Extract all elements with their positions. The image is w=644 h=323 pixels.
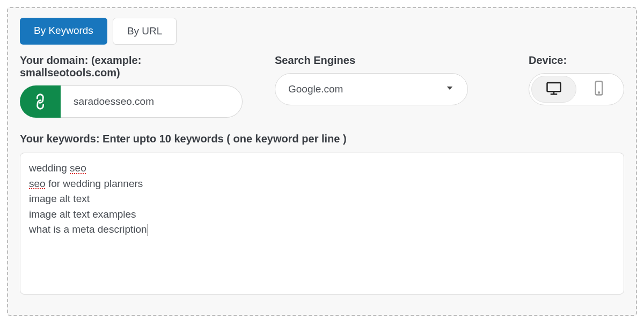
keyword-line: wedding seo bbox=[29, 161, 615, 176]
keyword-line: image alt text bbox=[29, 191, 615, 207]
svg-rect-0 bbox=[547, 83, 561, 91]
chevron-down-icon bbox=[445, 83, 455, 95]
input-row: Your domain: (example: smallseotools.com… bbox=[20, 54, 624, 118]
device-mobile-button[interactable] bbox=[576, 76, 621, 103]
device-desktop-button[interactable] bbox=[531, 76, 576, 103]
device-label: Device: bbox=[529, 54, 624, 67]
keywords-label: Your keywords: Enter upto 10 keywords ( … bbox=[20, 133, 624, 145]
form-panel: By Keywords By URL Your domain: (example… bbox=[7, 7, 637, 316]
device-toggle bbox=[529, 73, 624, 105]
device-column: Device: bbox=[529, 54, 624, 118]
domain-column: Your domain: (example: smallseotools.com… bbox=[20, 54, 243, 118]
text-cursor bbox=[148, 224, 148, 236]
link-icon bbox=[20, 85, 61, 118]
keyword-line: what is a meta description bbox=[29, 222, 615, 238]
search-engine-select[interactable]: Google.com bbox=[275, 73, 468, 105]
domain-input-wrap bbox=[20, 85, 243, 118]
keyword-line: seo for wedding planners bbox=[29, 176, 615, 192]
desktop-icon bbox=[546, 80, 562, 98]
svg-point-4 bbox=[598, 92, 599, 93]
domain-input[interactable] bbox=[61, 85, 243, 118]
tabs: By Keywords By URL bbox=[20, 18, 624, 45]
tab-by-keywords[interactable]: By Keywords bbox=[20, 18, 107, 45]
keywords-textarea[interactable]: wedding seoseo for wedding plannersimage… bbox=[20, 153, 624, 295]
domain-label: Your domain: (example: smallseotools.com… bbox=[20, 54, 243, 79]
mobile-icon bbox=[591, 80, 607, 98]
tab-by-url[interactable]: By URL bbox=[113, 18, 177, 45]
search-engine-value: Google.com bbox=[288, 83, 343, 95]
search-engine-label: Search Engines bbox=[275, 54, 468, 67]
search-engine-column: Search Engines Google.com bbox=[275, 54, 468, 118]
keyword-line: image alt text examples bbox=[29, 207, 615, 222]
